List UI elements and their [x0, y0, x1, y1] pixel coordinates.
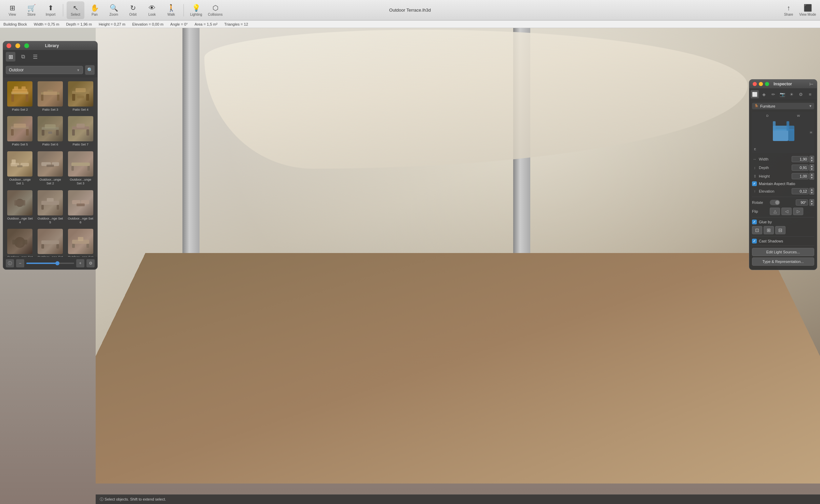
list-item[interactable]: Outdoor...nge Set 8: [36, 227, 65, 257]
toolbar-pan-btn[interactable]: ✋ Pan: [86, 1, 104, 19]
maintain-aspect-ratio-checkbox[interactable]: ✓: [752, 181, 757, 186]
lib-footer-info-btn[interactable]: ⓘ: [6, 259, 14, 267]
height-input[interactable]: [792, 173, 809, 179]
list-item[interactable]: Patio Set 5: [6, 115, 34, 148]
lib-footer-settings-btn[interactable]: ⚙: [86, 259, 95, 267]
glue-by-checkbox[interactable]: ✓: [752, 220, 757, 224]
svg-rect-50: [23, 240, 27, 244]
list-item[interactable]: Outdoor...unge Set 2: [36, 150, 65, 187]
height-increment-btn[interactable]: ▲: [809, 173, 814, 176]
inspector-tab-settings[interactable]: ⚙: [797, 90, 805, 98]
lib-zoom-slider[interactable]: [26, 263, 74, 264]
depth-icon: ↕: [752, 165, 757, 170]
inspector-tab-paint[interactable]: ✏: [769, 90, 777, 98]
toolbar-viewmode-btn[interactable]: ⬛ View Mode: [799, 1, 817, 19]
list-item[interactable]: Outdoor...unge Set 1: [6, 150, 34, 187]
lounge3-label: Outdoor...unge Set 3: [68, 178, 93, 185]
flip-right-btn[interactable]: ▷: [793, 208, 803, 215]
toolbar-view-btn[interactable]: ⊞ View: [3, 1, 21, 19]
toolbar-zoom-btn[interactable]: 🔍 Zoom: [105, 1, 123, 19]
elevation-decrement-btn[interactable]: ▼: [809, 191, 814, 195]
toolbar-collisions-btn[interactable]: ⬡ Collisions: [206, 1, 224, 19]
svg-rect-10: [43, 92, 57, 95]
glue-btn-3[interactable]: ⊟: [775, 226, 785, 234]
library-expand-btn[interactable]: [24, 43, 29, 48]
inspector-close-btn[interactable]: [753, 82, 757, 86]
elevation-input[interactable]: [792, 188, 809, 194]
depth-input[interactable]: [792, 165, 809, 171]
infobar-height: Height = 0,27 m: [99, 22, 125, 26]
width-input[interactable]: [792, 156, 809, 162]
width-increment-btn[interactable]: ▲: [809, 156, 814, 159]
list-item[interactable]: Patio Set 6: [36, 115, 65, 148]
library-tab-grid2[interactable]: ⧉: [18, 52, 28, 61]
flip-left-btn[interactable]: ◁: [781, 208, 792, 215]
toolbar-share-btn[interactable]: ↑ Share: [780, 1, 797, 19]
toolbar-lighting-btn[interactable]: 💡 Lighting: [187, 1, 205, 19]
store-icon: 🛒: [27, 4, 36, 12]
glue-btn-1[interactable]: ⊡: [752, 226, 762, 234]
toolbar-orbit-btn[interactable]: ↻ Orbit: [124, 1, 142, 19]
depth-increment-btn[interactable]: ▲: [809, 164, 814, 168]
viewmode-label: View Mode: [799, 13, 816, 16]
svg-rect-19: [14, 124, 26, 128]
lib-footer-zoom-in-btn[interactable]: +: [76, 259, 84, 267]
toolbar-import-btn[interactable]: ⬆ Import: [42, 1, 59, 19]
inspector-tab-sun[interactable]: ☀: [788, 90, 796, 98]
list-item[interactable]: Patio Set 2: [6, 80, 34, 113]
rotate-toggle[interactable]: [770, 200, 780, 205]
library-tab-list[interactable]: ☰: [30, 52, 40, 61]
inspector-pin-btn[interactable]: ⊢: [809, 81, 814, 87]
library-search-btn[interactable]: 🔍: [85, 65, 95, 75]
svg-rect-60: [788, 129, 794, 141]
cast-shadows-checkbox[interactable]: ✓: [752, 239, 757, 243]
toolbar-select-btn[interactable]: ↖ Select: [67, 1, 84, 19]
inspector-tab-more[interactable]: ≡: [806, 90, 814, 98]
list-item[interactable]: Patio Set 7: [66, 115, 95, 148]
list-item[interactable]: Outdoor...nge Set 4: [6, 189, 34, 226]
inspector-expand-btn[interactable]: [765, 82, 769, 86]
inspector-minimize-btn[interactable]: [759, 82, 763, 86]
pan-icon: ✋: [91, 4, 99, 12]
svg-rect-28: [77, 124, 85, 128]
library-close-btn[interactable]: [6, 43, 11, 48]
toolbar-store-btn[interactable]: 🛒 Store: [23, 1, 40, 19]
list-item[interactable]: Patio Set 3: [36, 80, 65, 113]
list-item[interactable]: Patio Set 4: [66, 80, 95, 113]
library-grid: Patio Set 2 Patio Set 3: [3, 77, 97, 257]
rotate-angle-input[interactable]: [796, 199, 808, 206]
library-minimize-btn[interactable]: [15, 43, 20, 48]
list-item[interactable]: Outdoor...nge Set 5: [36, 189, 65, 226]
height-decrement-btn[interactable]: ▼: [809, 176, 814, 180]
lounge6-label: Outdoor...nge Set 6: [68, 216, 93, 224]
library-tab-grid[interactable]: ⊞: [6, 52, 15, 61]
rotate-decrement-btn[interactable]: ▼: [809, 202, 814, 206]
inspector-divider-1: [752, 197, 814, 197]
glue-btn-2[interactable]: ⊞: [764, 226, 774, 234]
inspector-tab-material[interactable]: ◈: [760, 90, 768, 98]
flip-up-btn[interactable]: △: [770, 208, 780, 215]
edit-light-sources-btn[interactable]: Edit Light Sources...: [752, 248, 814, 256]
toolbar-look-btn[interactable]: 👁 Look: [143, 1, 161, 19]
statusbar: ⓘ Select objects. Shift to extend select…: [96, 494, 820, 504]
library-category-dropdown[interactable]: Outdoor ▼: [6, 66, 83, 74]
cast-shadows-label: Cast Shadows: [759, 239, 783, 243]
toolbar-walk-btn[interactable]: 🚶 Walk: [162, 1, 180, 19]
elevation-increment-btn[interactable]: ▲: [809, 188, 814, 191]
inspector-tab-camera[interactable]: 📷: [778, 90, 787, 98]
inspector-category-dropdown[interactable]: 🪑 Furniture ▼: [752, 103, 814, 109]
list-item[interactable]: Outdoor...unge Set 3: [66, 150, 95, 187]
inspector-tab-object[interactable]: ⬜: [751, 90, 759, 98]
patio7-thumbnail: [68, 116, 93, 141]
lib-footer-zoom-out-btn[interactable]: −: [16, 259, 24, 267]
patio3-label: Patio Set 3: [42, 108, 58, 111]
type-representation-btn[interactable]: Type & Representation...: [752, 257, 814, 266]
list-item[interactable]: Outdoor...nge Set 6: [66, 189, 95, 226]
list-item[interactable]: Outdoor...nge Set 7: [6, 227, 34, 257]
width-decrement-btn[interactable]: ▼: [809, 159, 814, 163]
depth-decrement-btn[interactable]: ▼: [809, 168, 814, 171]
scene-background[interactable]: [96, 20, 820, 484]
list-item[interactable]: Outdoor...nge Set 9: [66, 227, 95, 257]
rotate-increment-btn[interactable]: ▲: [809, 199, 814, 202]
category-chevron-icon: ▼: [809, 104, 812, 108]
